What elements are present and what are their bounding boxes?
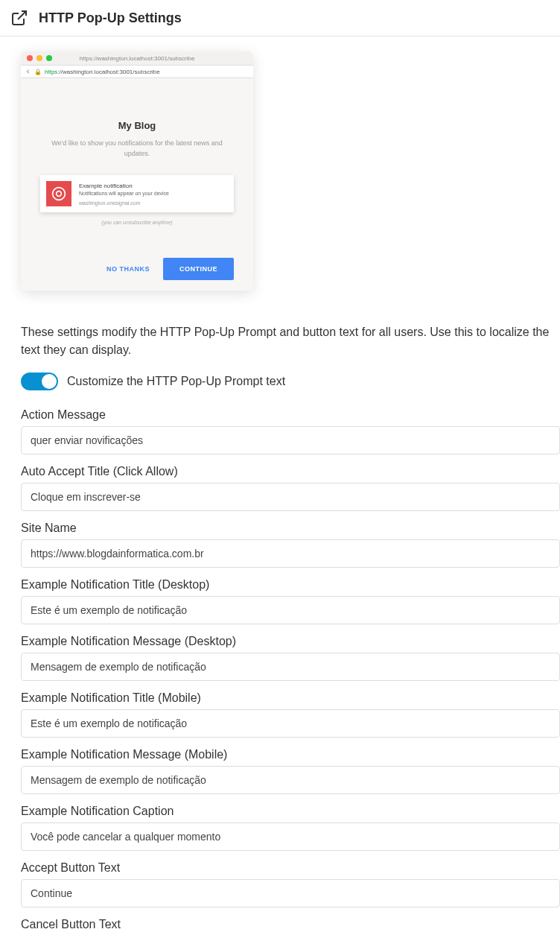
customize-toggle[interactable] bbox=[21, 373, 58, 390]
preview-notification-card: Example notification Notifications will … bbox=[40, 175, 234, 212]
action-message-input[interactable] bbox=[21, 426, 560, 454]
site-name-input[interactable] bbox=[21, 539, 560, 568]
accept-btn-input[interactable] bbox=[21, 879, 560, 907]
page-title: HTTP Pop-Up Settings bbox=[39, 10, 182, 26]
site-name-label: Site Name bbox=[21, 522, 560, 535]
settings-description: These settings modify the HTTP Pop-Up Pr… bbox=[21, 323, 560, 359]
cancel-btn-label: Cancel Button Text bbox=[21, 918, 560, 931]
preview-body: My Blog We'd like to show you notificati… bbox=[21, 78, 253, 291]
ex-msg-mobile-label: Example Notification Message (Mobile) bbox=[21, 748, 560, 761]
preview-notif-title: Example notification bbox=[79, 183, 169, 189]
action-message-label: Action Message bbox=[21, 408, 560, 422]
address-bar: 🔒 https://washington.localhost:3001/subs… bbox=[21, 65, 253, 78]
ex-title-mobile-input[interactable] bbox=[21, 709, 560, 738]
address-text: https://washington.localhost:3001/subscr… bbox=[45, 69, 160, 75]
ex-msg-mobile-input[interactable] bbox=[21, 766, 560, 794]
ex-msg-desktop-input[interactable] bbox=[21, 653, 560, 681]
ex-msg-desktop-label: Example Notification Message (Desktop) bbox=[21, 635, 560, 648]
browser-top-chrome: https://washington.localhost:3001/subscr… bbox=[21, 51, 253, 65]
window-title-url: https://washington.localhost:3001/subscr… bbox=[21, 55, 253, 62]
preview-notif-message: Notifications will appear on your device bbox=[79, 191, 169, 196]
ex-caption-label: Example Notification Caption bbox=[21, 805, 560, 818]
preview-blog-message: We'd like to show you notifications for … bbox=[40, 139, 234, 159]
preview-nothanks-button: NO THANKS bbox=[106, 265, 150, 273]
customize-toggle-label: Customize the HTTP Pop-Up Prompt text bbox=[67, 375, 285, 388]
preview-unsubscribe-text: (you can unsubscribe anytime) bbox=[40, 220, 234, 225]
accept-btn-label: Accept Button Text bbox=[21, 861, 560, 875]
auto-accept-input[interactable] bbox=[21, 483, 560, 511]
popup-preview: https://washington.localhost:3001/subscr… bbox=[21, 51, 253, 291]
ex-caption-input[interactable] bbox=[21, 823, 560, 851]
svg-point-1 bbox=[57, 191, 62, 197]
preview-continue-button: CONTINUE bbox=[163, 258, 234, 280]
ex-title-mobile-label: Example Notification Title (Mobile) bbox=[21, 691, 560, 705]
preview-notif-domain: washington.onesignal.com bbox=[79, 200, 169, 206]
auto-accept-label: Auto Accept Title (Click Allow) bbox=[21, 465, 560, 478]
bell-icon bbox=[46, 181, 71, 206]
section-header: HTTP Pop-Up Settings bbox=[0, 0, 560, 37]
svg-line-0 bbox=[18, 11, 26, 19]
external-link-icon bbox=[10, 9, 28, 27]
ex-title-desktop-input[interactable] bbox=[21, 596, 560, 624]
preview-blog-title: My Blog bbox=[40, 120, 234, 131]
lock-icon: 🔒 bbox=[34, 69, 42, 75]
ex-title-desktop-label: Example Notification Title (Desktop) bbox=[21, 578, 560, 592]
back-icon bbox=[25, 69, 31, 75]
